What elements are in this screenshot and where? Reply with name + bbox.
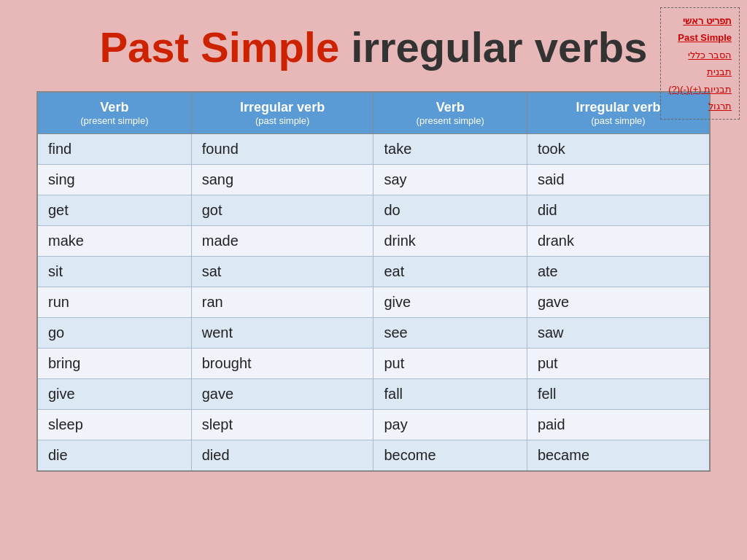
table-cell: found [191,133,374,164]
title-red: Past Simple [99,23,339,71]
nav-item-general[interactable]: הסבר כללי [668,47,732,63]
table-cell: ran [191,287,374,317]
col-header-2: Irregular verb (past simple) [191,92,374,134]
table-cell: fall [374,378,527,409]
table-cell: eat [374,256,527,287]
table-cell: go [37,317,191,348]
col-header-3: Verb (present simple) [374,92,527,134]
table-cell: gave [527,287,710,317]
table-cell: see [374,317,527,348]
table-cell: become [374,440,527,471]
table-cell: ate [527,256,710,287]
title-dark: irregular verbs [351,23,647,71]
table-cell: did [527,195,710,225]
page-title-area: Past Simple irregular verbs [0,0,747,88]
col-header-1: Verb (present simple) [37,92,191,134]
table-cell: saw [527,317,710,348]
verbs-table: Verb (present simple) Irregular verb (pa… [36,91,711,472]
table-row: sleepsleptpaypaid [37,409,710,440]
table-cell: got [191,195,374,225]
table-cell: sang [191,164,374,195]
table-cell: became [527,440,710,471]
table-cell: made [191,225,374,256]
table-container: Verb (present simple) Irregular verb (pa… [0,91,747,472]
table-cell: take [374,133,527,164]
table-cell: run [37,287,191,317]
table-cell: find [37,133,191,164]
table-cell: paid [527,409,710,440]
table-row: gowentseesaw [37,317,710,348]
table-cell: sat [191,256,374,287]
nav-item-pattern[interactable]: תבנית [668,63,732,80]
table-cell: say [374,164,527,195]
table-cell: said [527,164,710,195]
table-cell: give [374,287,527,317]
table-cell: fell [527,378,710,409]
table-cell: give [37,378,191,409]
table-cell: went [191,317,374,348]
table-header: Verb (present simple) Irregular verb (pa… [37,92,710,134]
table-cell: took [527,133,710,164]
table-row: makemadedrinkdrank [37,225,710,256]
table-row: getgotdodid [37,195,710,225]
table-cell: pay [374,409,527,440]
table-row: diediedbecomebecame [37,440,710,471]
page-title: Past Simple irregular verbs [15,22,732,73]
nav-item-exercise[interactable]: תרגול [668,98,732,114]
table-cell: slept [191,409,374,440]
table-row: findfoundtaketook [37,133,710,164]
table-cell: drink [374,225,527,256]
table-cell: sit [37,256,191,287]
table-row: bringbroughtputput [37,348,710,378]
table-cell: do [374,195,527,225]
nav-box: תפריט ראשי Past Simple הסבר כללי תבנית ת… [660,7,740,120]
table-cell: sleep [37,409,191,440]
table-cell: died [191,440,374,471]
table-row: givegavefallfell [37,378,710,409]
table-cell: gave [191,378,374,409]
table-row: runrangivegave [37,287,710,317]
nav-item-patterns-plus[interactable]: תבניות (+)(-)(?) [668,81,732,98]
table-cell: make [37,225,191,256]
nav-item-past-simple[interactable]: Past Simple [668,29,732,46]
nav-item-main[interactable]: תפריט ראשי [668,12,732,29]
table-cell: put [374,348,527,378]
table-row: singsangsaysaid [37,164,710,195]
table-cell: put [527,348,710,378]
table-cell: bring [37,348,191,378]
table-row: sitsateatate [37,256,710,287]
table-cell: get [37,195,191,225]
table-cell: die [37,440,191,471]
table-cell: brought [191,348,374,378]
table-body: findfoundtaketooksingsangsaysaidgetgotdo… [37,133,710,471]
table-cell: drank [527,225,710,256]
table-cell: sing [37,164,191,195]
